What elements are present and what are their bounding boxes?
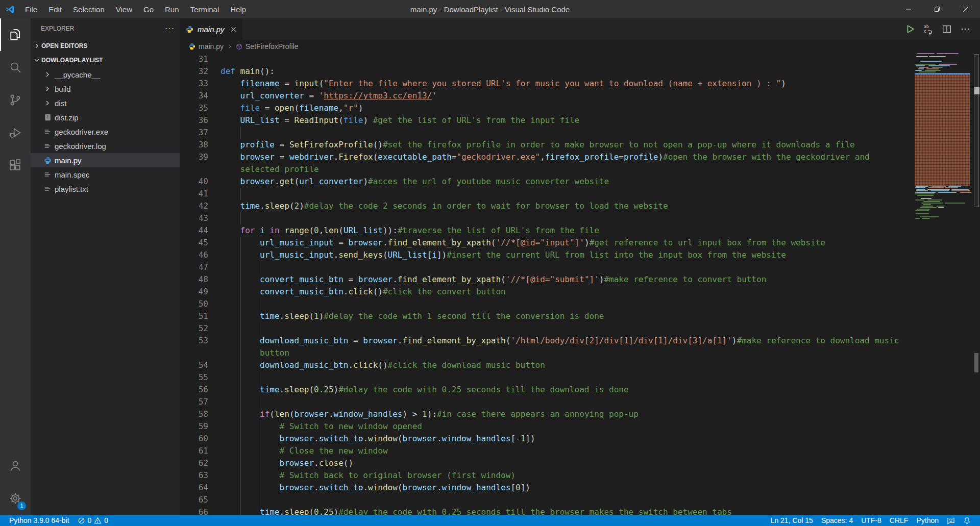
code-row-41[interactable]: 41	[180, 188, 914, 200]
split-editor-icon[interactable]	[939, 21, 954, 37]
settings-button[interactable]: 1	[0, 482, 31, 515]
code-row-60[interactable]: 60 browser.switch_to.window(browser.wind…	[180, 433, 914, 445]
minimize-button[interactable]	[894, 0, 923, 18]
python-interpreter-status[interactable]: Python 3.9.0 64-bit	[5, 515, 74, 526]
code-row-61[interactable]: 61 # Close the new window	[180, 445, 914, 457]
code-row-46[interactable]: 46 url_music_input.send_keys(URL_list[i]…	[180, 249, 914, 261]
feedback-button[interactable]	[943, 515, 959, 526]
more-actions-icon[interactable]	[958, 21, 973, 37]
file-item-geckodriver-exe[interactable]: geckodriver.exe	[31, 124, 180, 139]
sidebar-item-search[interactable]	[0, 51, 31, 84]
encoding-status[interactable]: UTF-8	[857, 515, 886, 526]
file-icon	[43, 171, 52, 178]
code-row-57[interactable]: 57	[180, 396, 914, 408]
breadcrumb-file[interactable]: main.py	[199, 42, 224, 51]
tab-main-py[interactable]: main.py	[180, 18, 242, 40]
indent-guide	[260, 457, 260, 469]
file-item-dist-zip[interactable]: dist.zip	[31, 110, 180, 124]
file-item-playlist-txt[interactable]: playlist.txt	[31, 182, 180, 196]
code-row-63[interactable]: 63 # Switch back to original browser (fi…	[180, 469, 914, 482]
code-row-55[interactable]: 55	[180, 371, 914, 384]
root-folder-section[interactable]: DOWLOADPLAYLIST	[31, 53, 180, 67]
code-row-53[interactable]: 53 download_music_btn = browser.find_ele…	[180, 335, 914, 347]
code-row-52[interactable]: 52	[180, 322, 914, 335]
cursor-position-status[interactable]: Ln 21, Col 15	[767, 515, 817, 526]
notifications-button[interactable]	[959, 515, 975, 526]
code-row-45[interactable]: 45 url_music_input = browser.find_elemen…	[180, 237, 914, 249]
close-button[interactable]	[951, 0, 980, 18]
explorer-sidebar: EXPLORER ··· OPEN EDITORS DOWLOADPLAYLIS…	[31, 18, 180, 515]
menu-help[interactable]: Help	[225, 0, 252, 18]
code-row-58[interactable]: 58 if(len(browser.window_handles) > 1):#…	[180, 408, 914, 420]
code-row-62[interactable]: 62 browser.close()	[180, 457, 914, 469]
code-row-39[interactable]: 39 browser = webdriver.Firefox(executabl…	[180, 151, 914, 163]
problems-status[interactable]: 0 0	[74, 515, 113, 526]
file-item-build[interactable]: build	[31, 82, 180, 96]
code-row-49[interactable]: 49 convert_music_btn.click()#click the c…	[180, 286, 914, 298]
code-row-43[interactable]: 43	[180, 212, 914, 224]
line-number	[180, 163, 208, 176]
eol-status[interactable]: CRLF	[886, 515, 913, 526]
code-row-38[interactable]: 38 profile = SetFirefoxProfile()#set the…	[180, 139, 914, 151]
run-python-file-button[interactable]	[902, 21, 918, 37]
code-row-65[interactable]: 65	[180, 494, 914, 506]
file-item--pycache-[interactable]: __pycache__	[31, 67, 180, 82]
code-row-40[interactable]: 40 browser.get(url_converter)#acces the …	[180, 176, 914, 188]
code-row-33[interactable]: 33 filename = input("Enter the file wher…	[180, 78, 914, 90]
menu-run[interactable]: Run	[159, 0, 185, 18]
code-row-34[interactable]: 34 url_converter = 'https://ytmp3.cc/en1…	[180, 90, 914, 102]
code-row-36[interactable]: 36 URL_list = ReadInput(file) #get the l…	[180, 114, 914, 127]
editor-scrollbar[interactable]	[973, 53, 980, 515]
sidebar-item-source-control[interactable]	[0, 84, 31, 116]
breadcrumb-symbol[interactable]: SetFirefoxProfile	[246, 42, 298, 51]
code-text: for i in range(0,len(URL_list)):#travers…	[208, 224, 914, 237]
code-row-51[interactable]: 51 time.sleep(1)#delay the code with 1 s…	[180, 310, 914, 322]
code-row-35[interactable]: 35 file = open(filename,"r")	[180, 102, 914, 114]
file-item-main-py[interactable]: main.py	[31, 153, 180, 167]
explorer-more-actions-icon[interactable]: ···	[165, 24, 175, 33]
code-row-54[interactable]: 54 download_music_btn.click()#click the …	[180, 359, 914, 371]
file-item-main-spec[interactable]: main.spec	[31, 167, 180, 182]
code-row-48[interactable]: 48 convert_music_btn = browser.find_elem…	[180, 273, 914, 286]
sidebar-item-run-debug[interactable]	[0, 116, 31, 149]
indent-guide	[240, 310, 241, 322]
code-row-47[interactable]: 47	[180, 261, 914, 273]
language-mode-status[interactable]: Python	[912, 515, 943, 526]
scrollbar-thumb[interactable]	[974, 54, 979, 207]
error-count: 0	[88, 516, 92, 524]
code-text	[208, 494, 914, 506]
menu-edit[interactable]: Edit	[43, 0, 67, 18]
code-row-66[interactable]: 66 time.sleep(0.25)#delay the code with …	[180, 506, 914, 515]
menu-view[interactable]: View	[110, 0, 138, 18]
code-row-59[interactable]: 59 # Switch to new window opened	[180, 420, 914, 433]
code-row-wrap[interactable]: button	[180, 347, 914, 359]
code-row-64[interactable]: 64 browser.switch_to.window(browser.wind…	[180, 482, 914, 494]
line-number: 47	[180, 261, 208, 273]
menu-terminal[interactable]: Terminal	[185, 0, 225, 18]
code-row-32[interactable]: 32def main():	[180, 65, 914, 78]
code-row-wrap[interactable]: selected profile	[180, 163, 914, 176]
tab-close-icon[interactable]	[231, 27, 236, 32]
word-wrap-icon[interactable]: ab c	[921, 21, 936, 37]
code-text: time.sleep(1)#delay the code with 1 seco…	[208, 310, 914, 322]
code-row-44[interactable]: 44 for i in range(0,len(URL_list)):#trav…	[180, 224, 914, 237]
file-item-geckodriver-log[interactable]: geckodriver.log	[31, 139, 180, 153]
code-row-31[interactable]: 31	[180, 53, 914, 65]
indentation-status[interactable]: Spaces: 4	[817, 515, 857, 526]
file-item-dist[interactable]: dist	[31, 96, 180, 110]
sidebar-item-extensions[interactable]	[0, 149, 31, 182]
menu-file[interactable]: File	[19, 0, 43, 18]
account-button[interactable]	[0, 449, 31, 482]
sidebar-item-explorer[interactable]	[0, 18, 31, 51]
code-row-37[interactable]: 37	[180, 127, 914, 139]
code-row-42[interactable]: 42 time.sleep(2)#delay the code 2 second…	[180, 200, 914, 212]
menu-selection[interactable]: Selection	[67, 0, 110, 18]
menu-go[interactable]: Go	[138, 0, 159, 18]
code-editor[interactable]: 3132def main():33 filename = input("Ente…	[180, 53, 980, 515]
code-row-50[interactable]: 50	[180, 298, 914, 310]
open-editors-section[interactable]: OPEN EDITORS	[31, 39, 180, 53]
indent-guide	[240, 469, 241, 482]
restore-button[interactable]	[923, 0, 951, 18]
minimap[interactable]	[915, 53, 973, 219]
code-row-56[interactable]: 56 time.sleep(0.25)#delay the code with …	[180, 384, 914, 396]
